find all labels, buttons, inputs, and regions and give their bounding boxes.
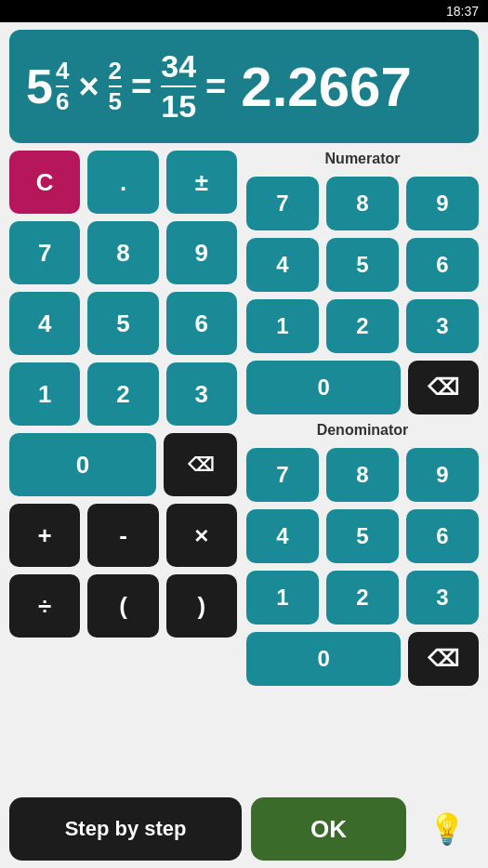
digit-8-left[interactable]: 8 [87, 221, 158, 284]
sign-button[interactable]: ± [166, 151, 237, 214]
den-digit-7[interactable]: 7 [246, 448, 319, 502]
left-row-1: C . ± [9, 151, 237, 214]
digit-4-left[interactable]: 4 [9, 292, 80, 355]
right-den-row-1: 7 8 9 [246, 448, 479, 502]
expression: 5 4 6 × 2 5 = 34 15 = 2.2667 [26, 48, 412, 125]
digit-3-left[interactable]: 3 [166, 362, 237, 426]
result-fraction-bar [161, 85, 196, 87]
denominator-1: 6 [56, 88, 69, 115]
num-digit-6[interactable]: 6 [406, 238, 479, 292]
den-digit-3[interactable]: 3 [406, 571, 479, 625]
right-den-row-3: 1 2 3 [246, 571, 479, 625]
numerator-2: 2 [109, 58, 122, 85]
right-num-row-2: 4 5 6 [246, 238, 479, 292]
den-digit-4[interactable]: 4 [246, 509, 319, 563]
numerator-label: Numerator [246, 151, 479, 167]
den-backspace[interactable]: ⌫ [408, 632, 479, 686]
fraction-2: 2 5 [109, 58, 122, 114]
lightbulb-button[interactable]: 💡 [415, 797, 479, 861]
den-digit-1[interactable]: 1 [246, 571, 319, 625]
multiply-button[interactable]: × [166, 504, 237, 567]
equals-1: = [131, 67, 152, 107]
result-fraction: 34 15 [161, 48, 196, 125]
num-digit-4[interactable]: 4 [246, 238, 319, 292]
den-digit-8[interactable]: 8 [326, 448, 399, 502]
num-digit-8[interactable]: 8 [326, 177, 399, 230]
num-digit-9[interactable]: 9 [406, 177, 479, 230]
right-num-row-4: 0 ⌫ [246, 361, 479, 414]
left-row-3: 4 5 6 [9, 292, 237, 355]
equals-2: = [205, 67, 226, 107]
numerator-1: 4 [56, 58, 69, 85]
den-digit-9[interactable]: 9 [406, 448, 479, 502]
den-digit-5[interactable]: 5 [326, 509, 399, 563]
decimal-button[interactable]: . [87, 151, 158, 214]
den-digit-2[interactable]: 2 [326, 571, 399, 625]
right-den-row-4: 0 ⌫ [246, 632, 479, 686]
close-paren-button[interactable]: ) [166, 574, 237, 638]
right-num-row-3: 1 2 3 [246, 299, 479, 353]
step-by-step-button[interactable]: Step by step [9, 797, 242, 861]
time-display: 18:37 [446, 4, 479, 19]
calculator-area: C . ± 7 8 9 4 5 6 1 2 3 0 ⌫ + [0, 151, 488, 686]
num-backspace[interactable]: ⌫ [408, 361, 479, 414]
digit-1-left[interactable]: 1 [9, 362, 80, 426]
num-digit-0[interactable]: 0 [246, 361, 401, 414]
result-numerator: 34 [161, 48, 196, 85]
den-digit-6[interactable]: 6 [406, 509, 479, 563]
add-button[interactable]: + [9, 504, 80, 567]
divide-button[interactable]: ÷ [9, 574, 80, 638]
den-digit-0[interactable]: 0 [246, 632, 401, 686]
digit-9-left[interactable]: 9 [166, 221, 237, 284]
left-row-5: 0 ⌫ [9, 433, 237, 496]
digit-7-left[interactable]: 7 [9, 221, 80, 284]
clear-button[interactable]: C [9, 151, 80, 214]
open-paren-button[interactable]: ( [87, 574, 158, 638]
left-row-2: 7 8 9 [9, 221, 237, 284]
subtract-button[interactable]: - [87, 504, 158, 567]
digit-2-left[interactable]: 2 [87, 362, 158, 426]
left-row-7: ÷ ( ) [9, 574, 237, 638]
right-num-row-1: 7 8 9 [246, 177, 479, 230]
num-digit-7[interactable]: 7 [246, 177, 319, 230]
result-denominator: 15 [161, 88, 196, 125]
lightbulb-icon: 💡 [429, 811, 466, 847]
left-row-6: + - × [9, 504, 237, 567]
digit-5-left[interactable]: 5 [87, 292, 158, 355]
num-digit-5[interactable]: 5 [326, 238, 399, 292]
denominator-2: 5 [109, 88, 122, 115]
left-row-4: 1 2 3 [9, 362, 237, 426]
right-den-row-2: 4 5 6 [246, 509, 479, 563]
digit-6-left[interactable]: 6 [166, 292, 237, 355]
mixed-number-1: 5 4 6 [26, 58, 69, 114]
bottom-buttons: Step by step OK 💡 [9, 797, 479, 861]
left-keypad: C . ± 7 8 9 4 5 6 1 2 3 0 ⌫ + [9, 151, 237, 686]
num-digit-3[interactable]: 3 [406, 299, 479, 353]
num-digit-2[interactable]: 2 [326, 299, 399, 353]
num-digit-1[interactable]: 1 [246, 299, 319, 353]
backspace-left[interactable]: ⌫ [164, 433, 237, 496]
fraction-1: 4 6 [56, 58, 69, 114]
digit-0-left[interactable]: 0 [9, 433, 156, 496]
status-bar: 18:37 [0, 0, 488, 22]
right-keypad: Numerator 7 8 9 4 5 6 1 2 3 0 ⌫ Denomina… [246, 151, 479, 686]
ok-button[interactable]: OK [251, 797, 406, 861]
calculator-display: 5 4 6 × 2 5 = 34 15 = 2.2667 [9, 30, 479, 143]
denominator-label: Denominator [246, 422, 479, 439]
multiply-operator: × [78, 67, 99, 107]
whole-1: 5 [26, 59, 53, 114]
decimal-result: 2.2667 [241, 55, 412, 119]
